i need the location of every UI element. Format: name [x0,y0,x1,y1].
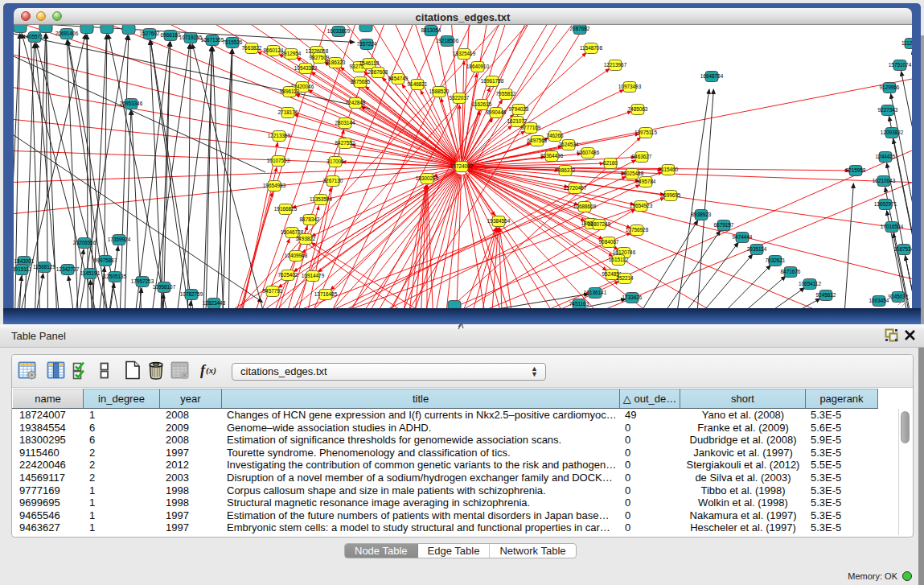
svg-text:20206556: 20206556 [73,240,97,245]
svg-text:10756928: 10756928 [626,227,649,233]
svg-text:9463627: 9463627 [632,154,652,159]
svg-text:8454749: 8454749 [388,76,409,81]
svg-text:9794028: 9794028 [509,106,529,112]
svg-text:11568129: 11568129 [33,264,55,270]
svg-text:1588520: 1588520 [429,89,450,94]
svg-text:10719155: 10719155 [179,35,203,40]
svg-text:1843001: 1843001 [14,258,35,264]
svg-text:317006: 317006 [326,159,344,164]
svg-text:9245612: 9245612 [816,292,836,298]
svg-text:19654983: 19654983 [263,183,286,188]
svg-text:2867608: 2867608 [368,69,388,75]
svg-text:13716485: 13716485 [314,291,338,297]
svg-text:18300295: 18300295 [416,175,439,181]
svg-text:7451163: 7451163 [569,301,589,307]
svg-text:6966160: 6966160 [161,32,181,38]
svg-text:10688609: 10688609 [573,204,597,209]
svg-text:2935114: 2935114 [747,246,767,252]
svg-text:7242848: 7242848 [346,100,366,105]
svg-text:8938923: 8938923 [692,212,712,217]
svg-text:8471676: 8471676 [781,269,801,274]
svg-text:10958107: 10958107 [153,284,176,290]
svg-text:1621072: 1621072 [507,118,528,124]
svg-text:1003454: 1003454 [869,298,889,303]
svg-text:9129966: 9129966 [880,84,900,90]
svg-text:9474444: 9474444 [733,234,753,240]
svg-text:8186323: 8186323 [326,60,346,65]
svg-text:7986372: 7986372 [556,167,576,173]
svg-text:1733426: 1733426 [622,295,643,300]
svg-text:16210643: 16210643 [873,178,896,183]
svg-text:10782759: 10782759 [180,291,203,297]
svg-text:17359924: 17359924 [108,237,131,242]
svg-text:252214: 252214 [616,275,634,281]
svg-text:12409948: 12409948 [285,253,308,258]
svg-text:16961758: 16961758 [481,78,504,84]
svg-text:11548708: 11548708 [580,45,602,51]
svg-text:18640910: 18640910 [466,64,490,69]
svg-text:17016504: 17016504 [881,224,904,229]
svg-text:5322037: 5322037 [450,95,470,101]
svg-text:9084067: 9084067 [599,239,619,245]
svg-text:7515526: 7515526 [223,39,243,45]
svg-text:10654112: 10654112 [799,281,821,286]
svg-text:17957253: 17957253 [131,278,154,284]
svg-text:9245032: 9245032 [889,294,909,299]
svg-text:8215958: 8215958 [846,167,866,173]
svg-text:8912954: 8912954 [281,51,302,56]
svg-text:746266: 746266 [546,133,564,138]
svg-text:20691406: 20691406 [55,31,79,36]
svg-text:9457791: 9457791 [263,288,283,294]
svg-text:16648784: 16648784 [700,73,724,79]
svg-text:10973493: 10973493 [618,84,642,89]
svg-text:9146821: 9146821 [408,81,428,87]
svg-text:2803144: 2803144 [335,120,355,126]
svg-text:12213369: 12213369 [268,133,291,138]
svg-text:62160: 62160 [603,160,618,166]
svg-text:1546118: 1546118 [359,60,380,66]
svg-text:19654923: 19654923 [630,203,653,208]
svg-text:14055712: 14055712 [23,34,47,39]
svg-text:3875685: 3875685 [351,79,371,84]
svg-text:10107553: 10107553 [267,158,290,163]
svg-text:11353594: 11353594 [310,196,332,202]
svg-text:2718176: 2718176 [278,109,298,115]
svg-text:1527602: 1527602 [140,31,160,36]
svg-text:13975115: 13975115 [634,130,657,135]
svg-text:3267130: 3267130 [323,178,343,183]
svg-text:7485063: 7485063 [628,106,648,112]
svg-text:1112473: 1112473 [901,40,912,46]
svg-text:6497568: 6497568 [528,138,548,143]
svg-text:10543382: 10543382 [294,65,318,71]
svg-text:10607486: 10607486 [577,150,600,155]
svg-text:10671355: 10671355 [201,37,224,43]
svg-text:7625402: 7625402 [278,272,298,278]
svg-text:8878342: 8878342 [300,216,320,222]
svg-text:2087682: 2087682 [570,26,590,31]
svg-text:3915111: 3915111 [14,266,31,272]
svg-text:18724007: 18724007 [450,163,474,169]
svg-text:12823448: 12823448 [203,300,226,306]
svg-text:16914479: 16914479 [302,273,325,278]
svg-text:16136141: 16136141 [584,290,607,295]
svg-text:12505135: 12505135 [104,274,127,279]
svg-text:1167534: 1167534 [894,246,912,252]
svg-text:7663822: 7663822 [242,45,262,51]
svg-text:9227343: 9227343 [878,107,898,113]
svg-text:12213967: 12213967 [604,62,627,68]
svg-text:10025488: 10025488 [621,171,644,176]
svg-text:12093832: 12093832 [881,130,904,135]
svg-text:18807249: 18807249 [588,221,611,227]
svg-text:9115460: 9115460 [659,167,679,172]
svg-text:7357224: 7357224 [357,41,377,47]
svg-text:20364436: 20364436 [540,153,564,159]
svg-text:9896112: 9896112 [280,89,300,94]
svg-text:19384554: 19384554 [487,218,511,224]
svg-text:99975887: 99975887 [94,257,117,263]
svg-text:3624534: 3624534 [559,142,579,147]
svg-text:1145191: 1145191 [80,270,101,276]
svg-text:7955812: 7955812 [496,91,516,97]
svg-text:9777169: 9777169 [521,125,541,130]
svg-text:1244415: 1244415 [876,154,896,159]
svg-text:19218506: 19218506 [436,38,459,43]
